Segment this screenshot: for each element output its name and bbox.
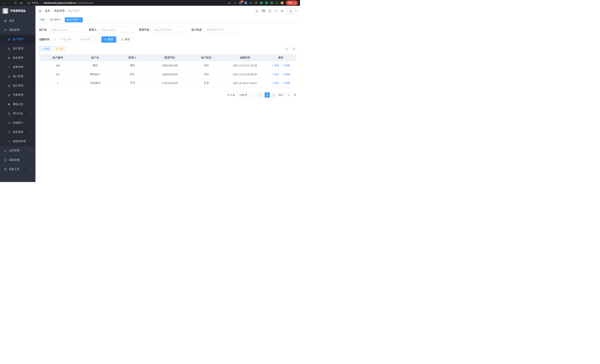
close-icon[interactable]: ×	[79, 19, 81, 21]
tenant-table: 租户编号 租户名 联系人 联系手机 租户状态 创建时间 操作 108 测试 测试	[39, 54, 296, 88]
tab-dept[interactable]: 部门管理 ×	[48, 18, 64, 22]
sidebar-item-infra[interactable]: 基础设施	[0, 155, 36, 165]
address-divider	[41, 2, 41, 4]
url-path: /system/tenant	[78, 1, 94, 4]
extension-icon-4[interactable]	[255, 1, 258, 4]
edit-button[interactable]: 修改	[272, 64, 279, 67]
add-button[interactable]: + 新增	[39, 46, 51, 52]
mobile-input[interactable]	[151, 27, 186, 33]
cell-created: 2021-12-14 20:49:44	[224, 70, 265, 79]
extension-icon-2[interactable]	[244, 1, 247, 4]
sidebar-item-system[interactable]: 系统管理	[0, 25, 36, 35]
start-date-placeholder[interactable]: 开始日期	[57, 38, 74, 41]
font-size-icon[interactable]: TT	[281, 10, 283, 12]
user-avatar[interactable]	[287, 8, 297, 14]
cell-mobile: 15601691300	[151, 70, 188, 79]
field-label: 租户状态	[191, 28, 202, 32]
edit-icon	[272, 64, 274, 67]
menu-list-icon	[7, 66, 10, 69]
field-label: 创建时间	[39, 38, 49, 41]
goto-page-input[interactable]	[285, 92, 292, 98]
app-logo[interactable]: 芋道管理系统	[0, 6, 36, 16]
sidebar-item-dict[interactable]: 字典管理	[0, 90, 36, 100]
sidebar-item-role[interactable]: 角色管理	[0, 53, 36, 63]
breadcrumb-home[interactable]: 首页	[45, 9, 50, 13]
back-icon[interactable]: ←	[2, 1, 6, 5]
puzzle-icon[interactable]	[275, 1, 278, 4]
page-size-select[interactable]: 10条/页	[237, 92, 256, 98]
tab-tenant[interactable]: 租户管理 ×	[65, 18, 83, 22]
delete-button[interactable]: 删除	[282, 73, 290, 76]
edit-button[interactable]: 修改	[272, 73, 279, 76]
sidebar-item-menu[interactable]: 菜单管理	[0, 63, 36, 72]
github-icon[interactable]	[262, 9, 265, 13]
tenant-name-input[interactable]	[49, 27, 84, 33]
date-range-picker[interactable]: 开始日期 - 结束日期	[52, 36, 96, 43]
menu-fold-icon[interactable]	[38, 9, 42, 13]
sidebar-item-notice[interactable]: 通知公告	[0, 100, 36, 109]
sidebar-item-tenant[interactable]: 租户管理	[0, 35, 36, 44]
end-date-placeholder[interactable]: 结束日期	[77, 38, 94, 41]
sidebar-item-post[interactable]: 岗位管理	[0, 81, 36, 90]
trash-icon	[282, 82, 285, 84]
warning-icon	[28, 2, 30, 4]
table-row: 107 测试租户 秃头 15601691300 关闭 2021-12-14 20…	[39, 70, 296, 79]
extension-icon-7[interactable]	[270, 1, 273, 4]
sidebar-item-payment[interactable]: ¥ 支付管理	[0, 146, 36, 155]
fullscreen-icon[interactable]	[274, 9, 278, 13]
active-dot	[67, 19, 68, 21]
sidebar-item-audit-log[interactable]: 审计日志	[0, 109, 36, 118]
table-row: 1 芋道源码 芋艿 17321315478 开启 2021-01-05 17:0…	[39, 79, 296, 87]
tags-view-bar: 首页 部门管理 × 租户管理 ×	[36, 16, 300, 24]
extension-icon-3[interactable]	[250, 1, 252, 4]
browser-update-button[interactable]: 更新 ⋮	[286, 0, 298, 5]
reset-button[interactable]: 重置	[118, 36, 133, 43]
sidebar-item-dept[interactable]: 部门管理	[0, 72, 36, 81]
cell-status: 关闭	[188, 70, 224, 79]
sidebar-item-error-code[interactable]: </> 错误码管理	[0, 137, 36, 146]
tenant-status-select[interactable]: 请选择租户状态	[204, 27, 238, 33]
chevron-down-icon	[30, 168, 32, 170]
tab-home[interactable]: 首页	[38, 18, 47, 22]
logo-image	[3, 8, 8, 14]
cell-created: 2021-12-14 21:02:09	[224, 61, 265, 70]
help-icon[interactable]: ?	[268, 9, 271, 13]
toggle-search-button[interactable]	[284, 46, 289, 51]
next-page-button[interactable]: ›	[272, 92, 277, 98]
sidebar-item-online-users[interactable]: 在线用户	[0, 118, 36, 127]
browser-home-icon[interactable]	[19, 1, 23, 5]
column-header: 租户编号	[39, 54, 76, 61]
add-button-label: 新增	[44, 47, 49, 50]
cell-actions: 修改 删除	[265, 61, 296, 70]
reload-icon[interactable]	[14, 1, 17, 5]
extension-icon-6[interactable]	[265, 1, 268, 4]
address-bar[interactable]: 不安全 dashboard.yudao.iocoder.cn/system/te…	[28, 1, 94, 5]
extension-icon-1[interactable]: 10	[239, 1, 242, 4]
contact-input[interactable]	[99, 27, 133, 33]
delete-button[interactable]: 删除	[282, 82, 290, 85]
delete-button[interactable]: 删除	[282, 64, 290, 67]
share-icon[interactable]	[228, 1, 231, 5]
extension-icon-5[interactable]	[260, 1, 263, 4]
close-icon[interactable]: ×	[60, 19, 62, 21]
prev-page-button[interactable]: ‹	[258, 92, 263, 98]
refresh-table-button[interactable]	[291, 46, 296, 51]
profile-avatar-icon[interactable]	[281, 1, 283, 4]
forward-icon[interactable]: →	[8, 1, 11, 5]
breadcrumb-system[interactable]: 系统管理	[54, 9, 65, 13]
table-toolbar: + 新增 导出	[39, 46, 296, 52]
sidebar-item-home[interactable]: 首页	[0, 16, 36, 25]
edit-button[interactable]: 修改	[272, 82, 279, 85]
field-label: 联系人	[89, 28, 97, 32]
search-button[interactable]: 搜索	[101, 36, 116, 43]
sidebar-item-sms[interactable]: 短信管理	[0, 127, 36, 137]
page-number-button[interactable]: 1	[264, 92, 270, 98]
breadcrumb-separator: /	[66, 9, 67, 12]
export-button[interactable]: 导出	[53, 46, 66, 52]
sidebar-item-label: 部门管理	[13, 75, 23, 78]
users-icon	[7, 38, 10, 41]
search-icon[interactable]	[255, 9, 258, 13]
sidebar-item-user[interactable]: 用户管理	[0, 44, 36, 53]
bookmark-star-icon[interactable]: ☆	[233, 1, 237, 5]
sidebar-item-devtools[interactable]: 研发工具	[0, 165, 36, 174]
